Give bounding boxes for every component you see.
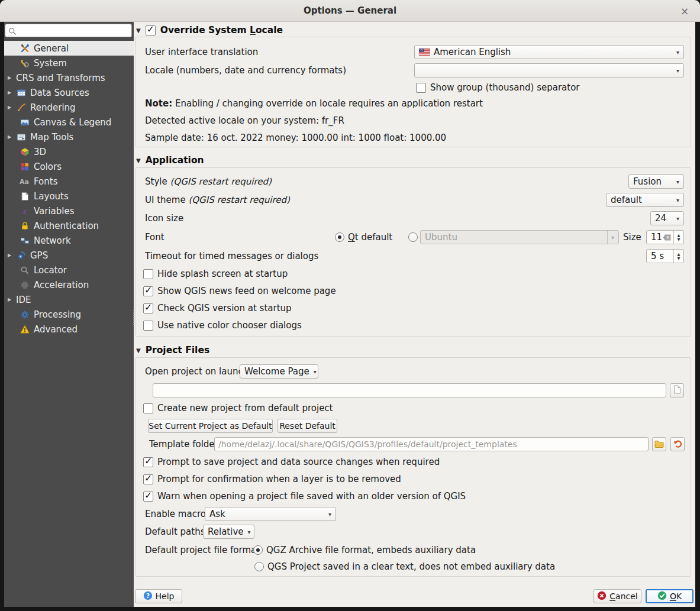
panel-splitter-handle[interactable] [133,310,134,325]
spin-arrows[interactable]: ▲▼ [673,250,683,263]
ok-button[interactable]: OK [646,589,693,603]
group-separator-checkbox-row[interactable]: Show group (thousand) separator [416,80,580,95]
expand-arrow-icon[interactable]: ▶ [4,75,16,80]
options-panel: ▼ Override System Locale User interface … [134,22,695,607]
project-files-group-title: Project Files [146,345,209,355]
sidebar-item-fonts[interactable]: Aa Fonts [4,174,134,189]
collapse-triangle-icon[interactable]: ▼ [136,27,141,34]
map-tools-icon [16,132,26,142]
check-version-checkbox[interactable] [143,303,153,313]
news-feed-label: Show QGIS news feed on welcome page [157,286,336,296]
clear-value-icon[interactable] [663,234,671,241]
expand-arrow-icon[interactable]: ▶ [4,90,16,95]
sidebar-item-crs-and-transforms[interactable]: ▶ CRS and Transforms [4,70,134,85]
application-group-header[interactable]: ▼ Application [136,153,204,167]
sidebar-item-label: Acceleration [34,280,89,290]
project-files-group-header[interactable]: ▼ Project Files [136,343,209,357]
prompt-save-label: Prompt to save project and data source c… [157,457,440,467]
locale-group-checkbox[interactable] [146,25,156,35]
search-input[interactable] [20,25,131,37]
sidebar-item-gps[interactable]: ▶ GPS [4,248,134,263]
ui-translation-value: American English [434,47,511,57]
canvas-legend-icon [20,118,30,127]
font-custom-radio[interactable] [408,232,418,242]
cancel-button[interactable]: Cancel [593,589,641,603]
open-project-value: Welcome Page [244,366,309,377]
news-feed-checkbox[interactable] [143,286,153,296]
expand-arrow-icon[interactable]: ▶ [4,297,16,302]
expand-arrow-icon[interactable]: ▶ [4,253,16,258]
news-feed-checkbox-row[interactable]: Show QGIS news feed on welcome page [143,284,336,298]
prompt-remove-layer-label: Prompt for confirmation when a layer is … [157,474,401,484]
locale-format-label: Locale (numbers, date and currency forma… [145,63,346,77]
sidebar-item-rendering[interactable]: ▶ Rendering [4,100,134,115]
sidebar-item-advanced[interactable]: Advanced [4,322,134,337]
sidebar-item-locator[interactable]: Locator [4,263,134,277]
group-separator-checkbox[interactable] [416,83,426,93]
close-button[interactable]: × [678,4,692,18]
create-new-project-checkbox[interactable] [143,403,153,413]
sidebar-item-label: System [34,58,67,69]
qgs-format-radio[interactable] [254,562,264,571]
hide-splash-checkbox[interactable] [143,269,153,279]
expand-arrow-icon[interactable]: ▶ [4,134,16,140]
sidebar-item-ide[interactable]: ▶ IDE [4,292,134,307]
reset-default-button[interactable]: Reset Default [278,419,337,433]
expand-arrow-icon[interactable]: ▶ [4,105,16,110]
collapse-triangle-icon[interactable]: ▼ [136,347,141,354]
help-button[interactable]: ? Help [135,589,182,603]
ui-theme-select[interactable]: default ▾ [606,193,684,207]
prompt-remove-layer-checkbox[interactable] [143,474,153,484]
collapse-triangle-icon[interactable]: ▼ [136,157,141,164]
default-paths-select[interactable]: Relative ▾ [203,525,254,539]
locale-format-select[interactable]: ▾ [414,63,684,77]
sidebar-item-processing[interactable]: Processing [4,307,134,322]
font-qt-default-label: Qt default [348,230,392,244]
font-size-spinbox[interactable]: 11 ▲▼ [646,230,684,244]
create-new-project-checkbox-row[interactable]: Create new project from default project [143,401,333,415]
open-project-select[interactable]: Welcome Page ▾ [240,364,318,379]
prompt-save-checkbox[interactable] [143,457,153,467]
sidebar-item-map-tools[interactable]: ▶ Map Tools [4,130,134,144]
browse-project-button[interactable] [670,383,684,397]
sidebar-item-label: Network [34,235,71,246]
browse-template-folder-button[interactable] [652,437,666,451]
sidebar-item-general[interactable]: General [4,41,134,56]
sidebar-item-3d[interactable]: 3D [4,144,134,159]
timeout-spinbox[interactable]: 5 s ▲▼ [646,249,684,263]
template-folder-input[interactable] [214,437,649,451]
sidebar-item-label: Canvas & Legend [34,117,111,128]
hide-splash-checkbox-row[interactable]: Hide splash screen at startup [143,267,288,281]
warn-older-version-checkbox-row[interactable]: Warn when opening a project file saved w… [143,489,466,503]
sidebar-item-layouts[interactable]: Layouts [4,189,134,203]
warn-older-version-checkbox[interactable] [143,492,153,502]
enable-macros-value: Ask [209,509,225,519]
native-color-label: Use native color chooser dialogs [157,320,302,331]
project-path-input[interactable] [153,383,666,397]
locale-group-header[interactable]: ▼ Override System Locale [136,23,283,37]
style-select[interactable]: Fusion ▾ [628,174,684,189]
sidebar-search[interactable] [5,24,132,37]
sidebar-item-authentication[interactable]: Authentication [4,218,134,233]
prompt-remove-layer-checkbox-row[interactable]: Prompt for confirmation when a layer is … [143,472,401,486]
sidebar-item-system[interactable]: System [4,56,134,70]
native-color-checkbox[interactable] [143,321,153,331]
native-color-checkbox-row[interactable]: Use native color chooser dialogs [143,318,302,332]
sidebar-item-label: Fonts [34,176,57,187]
qgz-format-radio[interactable] [253,545,263,555]
ui-translation-select[interactable]: American English ▾ [414,45,684,59]
set-default-project-button[interactable]: Set Current Project as Default [148,419,273,433]
sidebar-item-data-sources[interactable]: ▶ Data Sources [4,85,134,100]
spin-arrows[interactable]: ▲▼ [673,231,683,244]
enable-macros-select[interactable]: Ask ▾ [205,507,336,521]
sidebar-item-variables[interactable]: ε Variables [4,203,134,218]
sidebar-item-acceleration[interactable]: Acceleration [4,277,134,292]
font-qt-default-radio[interactable] [335,232,344,242]
sidebar-item-colors[interactable]: Colors [4,159,134,174]
reset-template-folder-button[interactable] [670,437,685,451]
check-version-checkbox-row[interactable]: Check QGIS version at startup [143,301,292,315]
sidebar-item-network[interactable]: Network [4,233,134,248]
icon-size-select[interactable]: 24 ▾ [650,211,684,225]
sidebar-item-canvas-legend[interactable]: Canvas & Legend [4,115,134,130]
prompt-save-checkbox-row[interactable]: Prompt to save project and data source c… [143,455,440,469]
